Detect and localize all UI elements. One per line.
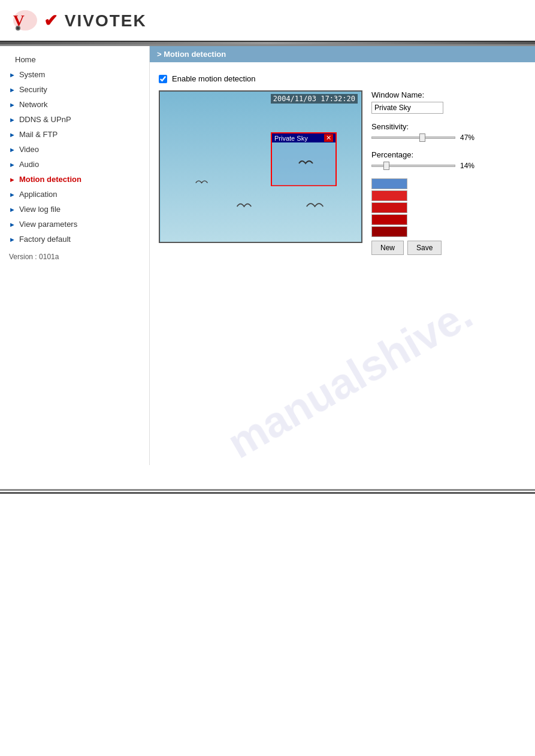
window-list-item-5: [371, 226, 526, 237]
sidebar-label-application: Application: [19, 190, 58, 199]
buttons-row: New Save: [371, 241, 526, 255]
arrow-icon-factory: ►: [9, 236, 16, 243]
sensitivity-track: [371, 136, 455, 139]
page-title-bar: > Motion detection: [150, 46, 535, 62]
sidebar-item-factory[interactable]: ► Factory default: [0, 232, 149, 247]
save-button[interactable]: Save: [407, 241, 442, 255]
sidebar-item-mail-ftp[interactable]: ► Mail & FTP: [0, 127, 149, 142]
logo-v: ✔: [44, 11, 65, 30]
vivotek-logo-icon: V: [12, 9, 39, 32]
sidebar-label-system: System: [19, 70, 45, 79]
window-list-item-2: [371, 190, 526, 201]
sensitivity-value: 47%: [460, 133, 474, 142]
color-swatch-red1[interactable]: [371, 190, 407, 201]
enable-motion-checkbox[interactable]: [159, 75, 167, 83]
arrow-icon-audio: ►: [9, 161, 16, 168]
sidebar-label-security: Security: [19, 85, 47, 94]
sensitivity-thumb[interactable]: [419, 133, 425, 142]
color-swatch-red2[interactable]: [371, 202, 407, 213]
percentage-track: [371, 165, 455, 167]
enable-motion-row: Enable motion detection: [159, 74, 526, 83]
arrow-icon-ddns: ►: [9, 116, 16, 123]
sensitivity-group: Sensitivity: 47%: [371, 122, 526, 142]
right-panel: Window Name: Sensitivity: 47%: [371, 90, 526, 255]
main-layout: Home ► System ► Security ► Network ► DDN…: [0, 46, 535, 465]
sensitivity-label: Sensitivity:: [371, 122, 526, 131]
color-swatch-dark-red[interactable]: [371, 226, 407, 237]
sidebar-item-viewparams[interactable]: ► View parameters: [0, 217, 149, 232]
percentage-slider-row: 14%: [371, 162, 526, 170]
camera-view: 2004/11/03 17:32:20 Private Sky ✕: [159, 90, 362, 243]
color-swatch-blue[interactable]: [371, 178, 407, 189]
motion-window-close[interactable]: ✕: [324, 134, 333, 142]
sensitivity-slider-row: 47%: [371, 133, 526, 142]
arrow-icon-viewparams: ►: [9, 221, 16, 228]
motion-window-content: [272, 142, 335, 186]
sidebar-label-viewlog: View log file: [19, 205, 61, 214]
enable-motion-label: Enable motion detection: [172, 74, 255, 83]
percentage-label: Percentage:: [371, 150, 526, 159]
svg-rect-5: [272, 142, 335, 186]
camera-timestamp: 2004/11/03 17:32:20: [271, 94, 358, 104]
arrow-icon-video: ►: [9, 146, 16, 153]
version-text: Version : 0101a: [0, 247, 149, 267]
sidebar-label-mail: Mail & FTP: [19, 130, 58, 139]
page-title: > Motion detection: [157, 50, 226, 59]
sidebar-label-ddns: DDNS & UPnP: [19, 115, 71, 124]
motion-detection-window[interactable]: Private Sky ✕: [271, 132, 337, 186]
sidebar-label-audio: Audio: [19, 160, 39, 169]
header: V ✔ VIVOTEK: [0, 0, 535, 42]
motion-window-name: Private Sky: [274, 135, 308, 142]
svg-point-3: [17, 27, 19, 29]
arrow-icon-system: ►: [9, 71, 16, 78]
content-inner: Enable motion detection: [150, 69, 535, 260]
percentage-value: 14%: [460, 162, 474, 170]
arrow-icon-network: ►: [9, 101, 16, 108]
new-button[interactable]: New: [371, 241, 404, 255]
sidebar-item-motion[interactable]: ► Motion detection: [0, 172, 149, 187]
camera-controls-layout: 2004/11/03 17:32:20 Private Sky ✕: [159, 90, 526, 255]
color-swatch-red3[interactable]: [371, 214, 407, 225]
sidebar-label-factory: Factory default: [19, 235, 71, 244]
bottom-rule-1: [0, 489, 535, 491]
sidebar-item-application[interactable]: ► Application: [0, 187, 149, 202]
window-name-input[interactable]: [371, 102, 443, 114]
sidebar-label-network: Network: [19, 100, 48, 109]
arrow-icon-security: ►: [9, 86, 16, 93]
sidebar-item-home[interactable]: Home: [0, 52, 149, 67]
sidebar-item-security[interactable]: ► Security: [0, 82, 149, 97]
sidebar-item-viewlog[interactable]: ► View log file: [0, 202, 149, 217]
sidebar-item-video[interactable]: ► Video: [0, 142, 149, 157]
arrow-icon-motion: ►: [9, 176, 16, 183]
window-list-item-3: [371, 202, 526, 213]
logo: V ✔ VIVOTEK: [12, 9, 523, 32]
arrow-icon-mail: ►: [9, 131, 16, 138]
window-list: [371, 178, 526, 237]
window-list-item-4: [371, 214, 526, 225]
sidebar-label-video: Video: [19, 145, 39, 154]
sidebar-label-viewparams: View parameters: [19, 220, 77, 229]
window-list-item-1: [371, 178, 526, 189]
motion-window-titlebar: Private Sky ✕: [272, 133, 335, 142]
sidebar-item-system[interactable]: ► System: [0, 67, 149, 82]
arrow-icon-application: ►: [9, 191, 16, 198]
bottom-rule-2: [0, 492, 535, 494]
home-label: Home: [15, 55, 36, 64]
content-area: > Motion detection Enable motion detecti…: [150, 46, 535, 465]
arrow-icon-viewlog: ►: [9, 206, 16, 213]
sidebar-label-motion: Motion detection: [19, 175, 81, 184]
sidebar-item-network[interactable]: ► Network: [0, 97, 149, 112]
window-name-label: Window Name:: [371, 90, 526, 99]
logo-text: ✔ VIVOTEK: [44, 11, 147, 31]
percentage-group: Percentage: 14%: [371, 150, 526, 170]
percentage-thumb[interactable]: [383, 162, 389, 170]
sidebar-item-ddns[interactable]: ► DDNS & UPnP: [0, 112, 149, 127]
sidebar-item-audio[interactable]: ► Audio: [0, 157, 149, 172]
sidebar: Home ► System ► Security ► Network ► DDN…: [0, 46, 150, 465]
window-name-group: Window Name:: [371, 90, 526, 114]
